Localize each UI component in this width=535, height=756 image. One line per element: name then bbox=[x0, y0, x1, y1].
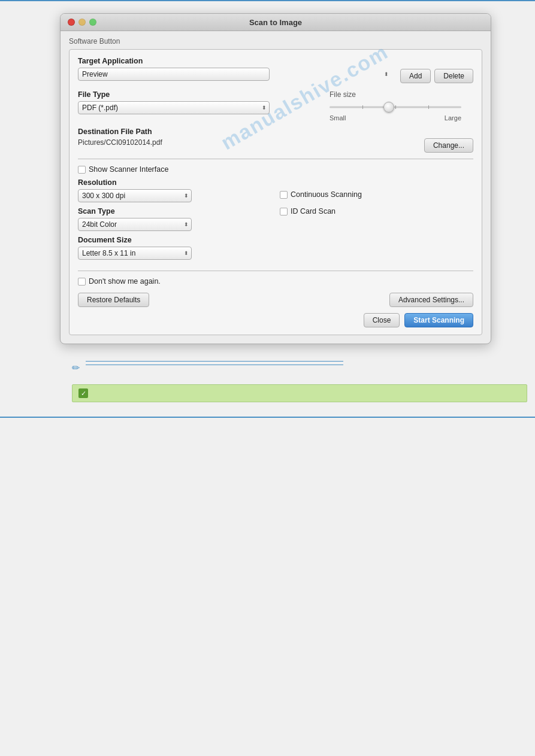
action-buttons-row: Close Start Scanning bbox=[78, 313, 473, 327]
slider-thumb[interactable] bbox=[383, 102, 394, 113]
slider-small-label: Small bbox=[330, 114, 346, 122]
target-application-row: Target Application Preview Adobe Acrobat… bbox=[78, 57, 473, 84]
note-lines bbox=[86, 361, 463, 365]
resolution-group: Resolution 75 x 75 dpi 150 x 150 dpi 300… bbox=[78, 178, 271, 202]
bottom-buttons-row: Restore Defaults Advanced Settings... bbox=[78, 293, 473, 307]
inner-panel: Target Application Preview Adobe Acrobat… bbox=[69, 49, 482, 335]
scanner-interface-checkbox[interactable] bbox=[78, 166, 86, 174]
scan-type-label: Scan Type bbox=[78, 207, 271, 215]
target-application-label: Target Application bbox=[78, 57, 392, 65]
file-type-label: File Type bbox=[78, 90, 321, 99]
delete-button[interactable]: Delete bbox=[434, 69, 473, 83]
minimize-traffic-light[interactable] bbox=[78, 19, 86, 26]
scan-type-group: Scan Type 24bit Color Gray (256 colors) … bbox=[78, 207, 271, 231]
destination-col: Destination File Path Pictures/CCI091020… bbox=[78, 127, 162, 147]
document-size-select[interactable]: Letter 8.5 x 11 in Legal 8.5 x 14 in A4 … bbox=[78, 247, 192, 260]
id-card-scan-checkbox[interactable] bbox=[280, 208, 288, 215]
bottom-rule bbox=[0, 417, 535, 418]
add-delete-buttons: Add Delete bbox=[400, 69, 473, 84]
note-line-2 bbox=[86, 365, 343, 365]
slider-labels: Small Large bbox=[330, 114, 461, 122]
target-application-col: Target Application Preview Adobe Acrobat… bbox=[78, 57, 392, 81]
scanner-interface-row: Show Scanner Interface bbox=[78, 165, 473, 174]
slider-tick-3 bbox=[428, 105, 429, 109]
scan-type-select[interactable]: 24bit Color Gray (256 colors) Black & Wh… bbox=[78, 218, 192, 231]
file-size-col: File size Small Large bbox=[330, 90, 473, 122]
note-line-1 bbox=[86, 361, 343, 362]
dont-show-row: Don't show me again. bbox=[78, 277, 473, 286]
dont-show-label: Don't show me again. bbox=[89, 277, 161, 286]
check-icon: ✓ bbox=[78, 388, 88, 398]
settings-row: Resolution 75 x 75 dpi 150 x 150 dpi 300… bbox=[78, 178, 473, 265]
change-button[interactable]: Change... bbox=[424, 138, 473, 153]
slider-tick-1 bbox=[362, 105, 363, 109]
target-application-select[interactable]: Preview Adobe Acrobat Other... bbox=[78, 68, 270, 81]
file-type-row: File Type PDF (*.pdf) JPEG (*.jpg) PNG (… bbox=[78, 90, 473, 122]
section-label: Software Button bbox=[69, 37, 482, 45]
right-settings: Continuous Scanning ID Card Scan bbox=[280, 178, 473, 265]
file-type-select[interactable]: PDF (*.pdf) JPEG (*.jpg) PNG (*.png) TIF… bbox=[78, 101, 270, 114]
restore-defaults-button[interactable]: Restore Defaults bbox=[78, 293, 149, 307]
title-bar: Scan to Image bbox=[61, 14, 491, 31]
close-traffic-light[interactable] bbox=[68, 19, 75, 26]
target-application-select-wrapper: Preview Adobe Acrobat Other... bbox=[78, 68, 392, 81]
id-card-scan-row: ID Card Scan bbox=[280, 207, 473, 215]
destination-label: Destination File Path bbox=[78, 127, 162, 136]
scanner-interface-label: Show Scanner Interface bbox=[89, 165, 168, 174]
traffic-lights bbox=[68, 19, 96, 26]
file-type-select-wrapper: PDF (*.pdf) JPEG (*.jpg) PNG (*.png) TIF… bbox=[78, 101, 270, 114]
file-size-label: File size bbox=[330, 90, 473, 99]
resolution-select-wrapper: 75 x 75 dpi 150 x 150 dpi 300 x 300 dpi … bbox=[78, 189, 192, 202]
mac-window: manualshive.com Scan to Image Software B… bbox=[60, 13, 491, 344]
pencil-icon: ✏ bbox=[72, 362, 80, 374]
document-size-select-wrapper: Letter 8.5 x 11 in Legal 8.5 x 14 in A4 … bbox=[78, 247, 192, 260]
destination-row: Destination File Path Pictures/CCI091020… bbox=[78, 127, 473, 153]
resolution-select[interactable]: 75 x 75 dpi 150 x 150 dpi 300 x 300 dpi … bbox=[78, 189, 192, 202]
divider-2 bbox=[78, 271, 473, 271]
document-size-group: Document Size Letter 8.5 x 11 in Legal 8… bbox=[78, 236, 271, 260]
advanced-settings-button[interactable]: Advanced Settings... bbox=[389, 293, 473, 307]
note-pencil-row: ✏ bbox=[72, 361, 463, 374]
continuous-scanning-label: Continuous Scanning bbox=[291, 190, 362, 199]
zoom-traffic-light[interactable] bbox=[89, 19, 96, 26]
continuous-scanning-checkbox[interactable] bbox=[280, 191, 288, 199]
file-size-slider[interactable] bbox=[330, 101, 461, 113]
start-scanning-button[interactable]: Start Scanning bbox=[404, 313, 473, 327]
slider-tick-2 bbox=[395, 105, 396, 109]
continuous-scanning-row: Continuous Scanning bbox=[280, 190, 473, 199]
resolution-label: Resolution bbox=[78, 178, 271, 187]
window-body: Software Button Target Application Previ… bbox=[61, 31, 491, 344]
close-button[interactable]: Close bbox=[364, 313, 400, 327]
left-settings: Resolution 75 x 75 dpi 150 x 150 dpi 300… bbox=[78, 178, 271, 265]
check-bar: ✓ bbox=[72, 384, 527, 402]
slider-large-label: Large bbox=[445, 114, 461, 122]
add-button[interactable]: Add bbox=[400, 69, 431, 83]
destination-path: Pictures/CCI09102014.pdf bbox=[78, 138, 162, 147]
divider-1 bbox=[78, 159, 473, 159]
dont-show-checkbox[interactable] bbox=[78, 278, 86, 286]
document-size-label: Document Size bbox=[78, 236, 271, 244]
file-type-col: File Type PDF (*.pdf) JPEG (*.jpg) PNG (… bbox=[78, 90, 321, 122]
scan-type-select-wrapper: 24bit Color Gray (256 colors) Black & Wh… bbox=[78, 218, 192, 231]
bottom-right-buttons: Advanced Settings... bbox=[389, 293, 473, 307]
window-title: Scan to Image bbox=[249, 18, 302, 27]
note-section: ✏ ✓ bbox=[60, 361, 475, 402]
id-card-scan-label: ID Card Scan bbox=[291, 207, 335, 215]
